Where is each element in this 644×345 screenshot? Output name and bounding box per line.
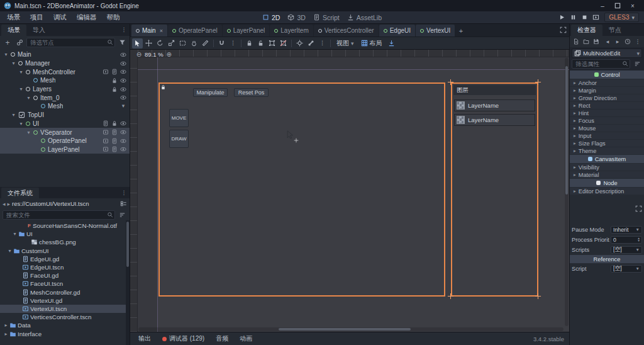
lock-button[interactable] — [110, 86, 119, 93]
property-group-Theme[interactable]: ▸Theme — [570, 147, 644, 154]
file-item-FaceUI.gd[interactable]: FaceUI.gd — [0, 271, 130, 280]
draw-button[interactable]: DRAW — [169, 130, 189, 148]
history-back-button[interactable]: ◂ — [603, 37, 612, 47]
property-value[interactable]: Inherit▼ — [611, 226, 642, 234]
property-group-Margin[interactable]: ▸Margin — [570, 87, 644, 94]
dots-tool-button[interactable]: ⋮ — [317, 38, 328, 48]
renderer-dropdown[interactable]: GLES3 ▾ — [604, 13, 639, 22]
close-tab-icon[interactable]: × — [160, 28, 163, 34]
unlock-tool-button[interactable] — [255, 38, 266, 48]
viewport-hscrollbar[interactable] — [138, 327, 564, 331]
scale-tool-button[interactable] — [166, 38, 177, 48]
bottom-panel-button[interactable]: 动画 — [234, 333, 258, 344]
file-item-FaceUI.tscn[interactable]: FaceUI.tscn — [0, 280, 130, 288]
dock-tab-node[interactable]: 节点 — [602, 25, 628, 36]
scene-tab-VerticesController[interactable]: VerticesController — [314, 25, 379, 37]
filesystem-scrollbar[interactable] — [126, 220, 130, 345]
eye-button[interactable] — [119, 137, 128, 145]
back-icon[interactable]: ◂ — [3, 201, 6, 207]
scene-tab-EdgeUI[interactable]: EdgeUI — [379, 25, 415, 37]
layer-item[interactable]: LayerName — [454, 114, 535, 126]
pin-tool-button[interactable] — [294, 38, 305, 48]
tree-node-LayerPanel[interactable]: LayerPanel — [0, 145, 130, 154]
stop-button[interactable] — [579, 13, 590, 23]
manipulate-button[interactable]: Manipulate — [193, 88, 228, 97]
ungroup-tool-button[interactable] — [278, 38, 289, 48]
search-files-input[interactable] — [3, 210, 115, 220]
collapse-arrow-icon[interactable]: ▾ — [3, 52, 9, 57]
minimize-button[interactable]: – — [595, 0, 610, 11]
eye-button[interactable] — [119, 77, 128, 84]
script-button[interactable] — [110, 145, 119, 153]
inspector-tools-button[interactable] — [632, 59, 642, 69]
filesystem-tab[interactable]: 文件系统 — [1, 188, 39, 198]
select-tool-button[interactable] — [132, 38, 143, 48]
file-item-EdgeUI.tscn[interactable]: EdgeUI.tscn — [0, 263, 130, 271]
expand-icon[interactable] — [635, 205, 642, 212]
pan-tool-button[interactable] — [189, 38, 199, 48]
property-group-Hint[interactable]: ▸Hint — [570, 110, 644, 116]
scene-tab-LayerPanel[interactable]: LayerPanel — [223, 25, 270, 37]
collapse-arrow-icon[interactable]: ▸ — [3, 331, 9, 337]
collapse-arrow-icon[interactable]: ▾ — [6, 248, 13, 254]
menu-item[interactable]: 调试 — [48, 12, 72, 23]
magnet-tool-button[interactable] — [216, 38, 227, 48]
dock-tab-scene[interactable]: 场景 — [1, 25, 26, 36]
edited-object-selector[interactable]: MultiNodeEdit ▾ — [572, 48, 642, 58]
zoom-out-button[interactable]: ⊖ — [135, 51, 143, 58]
add-node-button[interactable]: + — [3, 38, 13, 47]
inspector-menu-button[interactable]: ⋮ — [633, 37, 642, 47]
eye-button[interactable] — [119, 145, 128, 153]
chev-down-button[interactable]: ▾ — [119, 103, 128, 110]
file-item-MeshController.gd[interactable]: MeshController.gd — [0, 288, 130, 297]
sort-files-button[interactable] — [117, 210, 127, 220]
category-CanvasItem[interactable]: CanvasItem — [570, 155, 644, 163]
filter-nodes-input[interactable] — [26, 38, 115, 47]
tree-node-Item_0[interactable]: ▾Item_0 — [0, 93, 130, 102]
rotate-tool-button[interactable] — [155, 38, 165, 48]
forward-icon[interactable]: ▸ — [8, 201, 11, 207]
collapse-arrow-icon[interactable]: ▾ — [25, 130, 32, 135]
dock-tab-import[interactable]: 导入 — [26, 25, 52, 36]
rectsel-tool-button[interactable] — [177, 38, 188, 48]
property-group-Rect[interactable]: ▸Rect — [570, 102, 644, 109]
viewport-vscrollbar[interactable] — [565, 58, 569, 326]
collapse-arrow-icon[interactable]: ▸ — [3, 322, 9, 328]
lock-button[interactable] — [110, 77, 119, 84]
file-item-EdgeUI.gd[interactable]: EdgeUI.gd — [0, 255, 130, 263]
tree-node-Mesh[interactable]: Mesh — [0, 76, 130, 85]
maximize-button[interactable] — [610, 0, 625, 11]
ruler-tool-button[interactable] — [200, 38, 211, 48]
layer-item[interactable]: LayerName — [454, 99, 535, 111]
close-button[interactable]: × — [625, 0, 640, 11]
property-group-Grow Direction[interactable]: ▸Grow Direction — [570, 94, 644, 101]
zoom-in-button[interactable]: ⊕ — [165, 51, 173, 58]
split-mode-icon[interactable] — [120, 200, 127, 207]
property-group-Mouse[interactable]: ▸Mouse — [570, 125, 644, 132]
viewport-2d[interactable]: 图层 LayerNameLayerName Manipulate Reset P… — [130, 50, 569, 332]
eye-button[interactable] — [119, 128, 128, 136]
menu-item[interactable]: 帮助 — [102, 12, 125, 23]
property-value[interactable]: 0▴▾ — [611, 236, 642, 244]
script-button[interactable] — [101, 120, 110, 127]
filesystem-menu-button[interactable]: ⋮ — [119, 187, 128, 198]
file-item-UI[interactable]: ▾UI — [0, 230, 130, 238]
property-group-Focus[interactable]: ▸Focus — [570, 117, 644, 124]
group-tool-button[interactable] — [267, 38, 277, 48]
load-resource-button[interactable] — [582, 37, 591, 47]
property-group-Visibility[interactable]: ▸Visibility — [570, 164, 644, 171]
play-scene-button[interactable] — [591, 13, 601, 23]
file-item-Interface[interactable]: ▸Interface — [0, 329, 130, 337]
script-button[interactable] — [110, 128, 119, 136]
scene-tab-LayerItem[interactable]: LayerItem — [270, 25, 313, 37]
scene-button[interactable] — [101, 137, 110, 145]
pause-button[interactable] — [568, 13, 579, 23]
collapse-arrow-icon[interactable]: ▾ — [10, 112, 17, 118]
file-item-VertexUI.gd[interactable]: VertexUI.gd — [0, 297, 130, 305]
eye-button[interactable] — [119, 68, 128, 76]
collapse-arrow-icon[interactable]: ▾ — [10, 60, 17, 66]
property-group-Editor Description[interactable]: ▸Editor Description — [570, 188, 644, 195]
collapse-arrow-icon[interactable]: ▾ — [18, 86, 25, 92]
bottom-panel-button[interactable]: 音频 — [210, 333, 234, 344]
layout-menu-button[interactable]: 布局 — [358, 38, 386, 48]
